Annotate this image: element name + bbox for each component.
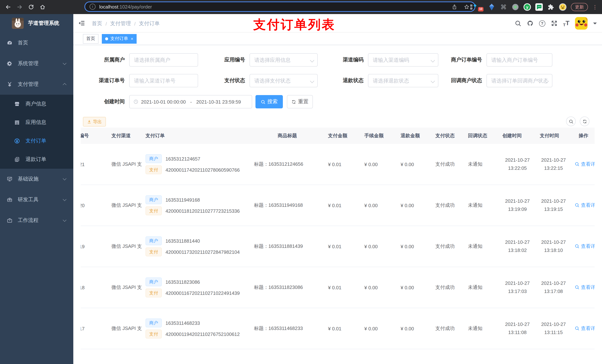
date-range-picker[interactable]: 2021-10-01 00:00:00 - 2021-10-31 23:59:5… — [129, 95, 252, 108]
view-detail-link[interactable]: 查看详情 — [575, 161, 595, 167]
cell-status: 支付成功 — [432, 185, 464, 226]
browser-forward-icon[interactable] — [17, 4, 22, 10]
cell-status: 支付成功 — [432, 226, 464, 267]
filter-label: 渠道订单号 — [76, 77, 129, 84]
cell-fee: ¥ 0.00 — [361, 226, 397, 267]
help-icon[interactable] — [539, 20, 545, 26]
share-icon[interactable] — [452, 4, 457, 10]
channel-order-no: 4200001181202110277723215336 — [165, 208, 240, 214]
browser-home-icon[interactable] — [40, 4, 45, 10]
breadcrumb-item[interactable]: 支付管理 — [110, 20, 131, 27]
filter-input[interactable] — [129, 53, 198, 67]
orders-table[interactable]: 编号 支付渠道 支付订单 商品标题 支付金额 手续金额 退款金额 支付状态 回调… — [81, 128, 595, 364]
cell-channel: 微信 JSAPI 支付 — [108, 226, 142, 267]
browser-update-button[interactable]: 更新 — [571, 3, 588, 11]
search-icon — [569, 119, 573, 124]
menu-item-label: 工作流程 — [18, 217, 39, 224]
cell-title — [250, 349, 324, 364]
filter-input[interactable] — [249, 53, 318, 67]
view-detail-link[interactable]: 查看详情 — [575, 243, 595, 250]
url-text[interactable]: localhost:1024/pay/order — [99, 4, 152, 10]
sidebar-menu-item[interactable]: 应用信息 — [0, 113, 73, 132]
bookmark-star-icon[interactable] — [464, 4, 469, 10]
cell-notify: 未通知 — [464, 267, 499, 308]
date-start[interactable]: 2021-10-01 00:00:00 — [141, 99, 186, 104]
cell-action: 查看详情 — [571, 308, 595, 349]
cell-amount — [324, 349, 361, 364]
sidebar-logo[interactable]: 芋道管理系统 — [0, 14, 73, 32]
sidebar-menu-item[interactable]: 商户信息 — [0, 95, 73, 113]
github-icon[interactable] — [527, 20, 534, 27]
export-button[interactable]: 导出 — [83, 117, 106, 126]
channel-order-no: 4200001173202110272847982104 — [165, 249, 240, 255]
cell-action — [571, 349, 595, 364]
browser-menu-icon[interactable]: ⋮ — [592, 4, 598, 10]
extensions-puzzle-icon[interactable] — [547, 3, 555, 11]
reset-button[interactable]: 重置 — [287, 95, 313, 108]
sidebar-menu-item[interactable]: 支付订单 — [0, 132, 73, 150]
browser-reload-icon[interactable] — [28, 4, 34, 10]
merchant-order-no: 1635311949168 — [165, 197, 200, 203]
menu-item-label: 支付订单 — [26, 138, 46, 144]
cell-amount: ¥ 0.01 — [324, 185, 361, 226]
breadcrumb-item[interactable]: 支付订单 — [139, 20, 160, 27]
filter-item: 退款状态 — [315, 74, 438, 87]
cell-created — [499, 349, 536, 364]
refresh-table-button[interactable] — [580, 116, 589, 126]
clock-icon — [133, 99, 139, 104]
menu-item-label: 研发工具 — [18, 197, 39, 203]
top-navbar: 首页 /支付管理 /支付订单 支付订单列表 TT — [73, 14, 602, 32]
cell-created: 2021-10-2713:19:09 — [499, 185, 536, 226]
cell-created: 2021-10-2713:22:05 — [499, 144, 536, 185]
profile-emoji-icon[interactable] — [559, 3, 567, 11]
sidebar-menu-item[interactable]: 工作流程 — [0, 210, 73, 231]
cell-refund: ¥ 0.00 — [397, 308, 432, 349]
filter-input[interactable] — [249, 74, 318, 87]
menu-item-icon — [7, 61, 13, 67]
filter-input[interactable] — [486, 53, 552, 67]
font-size-icon[interactable]: TT — [563, 20, 570, 27]
extension-y-icon[interactable]: y — [524, 3, 531, 11]
breadcrumb-item[interactable]: 首页 — [92, 20, 102, 27]
view-detail-link[interactable]: 查看详情 — [575, 325, 595, 332]
merchant-tag: 商户 — [146, 236, 162, 245]
extension-gem-icon[interactable] — [488, 3, 495, 11]
view-tag[interactable]: 支付订单 × — [102, 34, 137, 43]
view-detail-link[interactable]: 查看详情 — [575, 202, 595, 209]
close-icon[interactable]: × — [131, 36, 133, 41]
filter-input[interactable] — [486, 74, 552, 87]
sidebar-toggle-icon[interactable] — [78, 20, 85, 27]
search-button[interactable]: 搜索 — [256, 95, 283, 108]
search-icon — [575, 326, 580, 331]
extension-chat-icon[interactable] — [535, 3, 543, 11]
channel-order-no: 4200001167202110271022491439 — [165, 290, 240, 296]
sidebar-menu-item[interactable]: 研发工具 — [0, 189, 73, 210]
view-tag[interactable]: 首页 — [83, 34, 98, 43]
toggle-search-button[interactable] — [566, 116, 576, 126]
site-info-icon[interactable]: i — [90, 4, 96, 10]
cell-id: 18 — [81, 267, 108, 308]
sidebar-menu-item[interactable]: 支付管理 — [0, 74, 73, 95]
date-end[interactable]: 2021-10-31 23:59:59 — [196, 99, 241, 104]
extension-record-icon[interactable] — [512, 3, 519, 11]
sidebar-menu-item[interactable]: 基础设施 — [0, 169, 73, 189]
cell-id — [81, 349, 108, 364]
view-detail-link[interactable]: 查看详情 — [575, 284, 595, 291]
extension-badge: 10 — [478, 7, 484, 11]
filter-input[interactable] — [129, 74, 198, 87]
avatar-caret-icon[interactable] — [593, 22, 597, 26]
user-avatar[interactable] — [575, 17, 588, 30]
extension-command-icon[interactable]: ⌘ — [500, 3, 507, 11]
sidebar-menu-item[interactable]: 首页 — [0, 32, 73, 53]
search-icon[interactable] — [515, 20, 521, 27]
url-bar[interactable]: i localhost:1024/pay/order — [85, 1, 475, 12]
cell-status: 支付成功 — [432, 144, 464, 185]
menu-item-icon — [7, 197, 13, 203]
fullscreen-icon[interactable] — [551, 20, 558, 27]
sidebar-menu-item[interactable]: 退款订单 — [0, 150, 73, 169]
sidebar: 芋道管理系统 首页 系统管理 支付管理 — [0, 14, 73, 364]
merchant-order-no: 1635311881440 — [165, 238, 200, 244]
sidebar-menu-item[interactable]: 系统管理 — [0, 53, 73, 74]
browser-back-icon[interactable] — [5, 4, 11, 10]
extension-apps-icon[interactable] — [470, 3, 477, 11]
